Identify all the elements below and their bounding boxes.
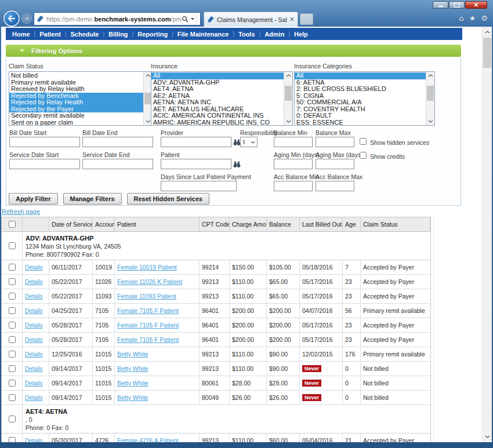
row-checkbox[interactable] xyxy=(9,380,16,387)
nav-item-help[interactable]: Help xyxy=(290,31,312,38)
row-checkbox[interactable] xyxy=(9,307,16,314)
patient-link[interactable]: Female 11026 K Patient xyxy=(117,278,182,285)
list-item-0-default[interactable]: 0: DEFAULT xyxy=(295,112,426,119)
provider-input[interactable] xyxy=(161,137,231,147)
row-checkbox[interactable] xyxy=(9,322,16,329)
aging-min-input[interactable] xyxy=(274,159,313,169)
group-checkbox[interactable] xyxy=(9,242,16,249)
home-icon[interactable]: ⌂ xyxy=(459,14,463,23)
listbox-insurance-categories-box[interactable]: All6: AETNA2: BLUE CROSS BLUESHIELD5: CI… xyxy=(294,71,435,126)
details-link[interactable]: Details xyxy=(25,337,43,343)
nav-item-reporting[interactable]: Reporting xyxy=(133,31,172,38)
acc-balance-max-input[interactable] xyxy=(316,181,354,191)
patient-link[interactable]: Betty White xyxy=(117,380,148,387)
nav-item-admin[interactable]: Admin xyxy=(260,31,288,38)
patient-link[interactable]: Female 7105 F Patient xyxy=(117,336,179,343)
titlebar[interactable]: ✕ xyxy=(0,0,493,10)
scroll-down-icon[interactable] xyxy=(284,118,292,125)
nav-item-home[interactable]: Home xyxy=(8,31,34,38)
list-item-ae2-aetna[interactable]: AE2: AETNA xyxy=(151,93,284,100)
page-scrollbar[interactable] xyxy=(482,27,492,442)
responsibility-select[interactable]: I xyxy=(240,137,258,147)
service-date-start-input[interactable] xyxy=(9,159,80,169)
list-item-ess-essence[interactable]: ESS: ESSENCE xyxy=(295,119,426,126)
filtering-options-header[interactable]: Filtering Options xyxy=(6,45,461,57)
list-item-amric-american-republic-ins-co[interactable]: AMRIC: AMERICAN REPUBLIC INS. CO xyxy=(151,119,284,126)
list-item-acic-american-continental-ins[interactable]: ACIC: AMERICAN CONTINENTAL INS xyxy=(151,112,284,119)
row-checkbox[interactable] xyxy=(9,351,16,358)
patient-input[interactable] xyxy=(161,159,231,169)
list-item-secondary-remit-available[interactable]: Secondary remit available xyxy=(9,112,143,119)
list-item-rejected-by-benchmark[interactable]: Rejected by Benchmark xyxy=(9,93,143,100)
row-checkbox[interactable] xyxy=(9,336,16,343)
scroll-up-icon[interactable] xyxy=(426,72,434,79)
service-date-end-input[interactable] xyxy=(82,159,153,169)
row-checkbox[interactable] xyxy=(9,293,16,300)
search-dropdown-icon[interactable] xyxy=(191,18,194,20)
list-item-all[interactable]: All xyxy=(295,72,426,79)
list-item-5-cigna[interactable]: 5: CIGNA xyxy=(295,93,426,100)
list-item-2-blue-cross-blueshield[interactable]: 2: BLUE CROSS BLUESHIELD xyxy=(295,86,426,93)
select-all-checkbox[interactable] xyxy=(9,221,16,228)
manage-filters-button[interactable]: Manage Filters xyxy=(63,193,122,205)
balance-min-input[interactable] xyxy=(274,137,313,147)
details-link[interactable]: Details xyxy=(25,366,43,372)
listbox-scrollbar[interactable] xyxy=(284,72,292,125)
details-link[interactable]: Details xyxy=(25,322,43,329)
list-item-50-commercial-a-a[interactable]: 50: COMMERCIAL A/A xyxy=(295,99,426,106)
scroll-up-icon[interactable] xyxy=(483,27,492,37)
aging-max-input[interactable] xyxy=(316,159,354,169)
group-checkbox[interactable] xyxy=(9,416,16,422)
details-link[interactable]: Details xyxy=(25,293,43,300)
details-link[interactable]: Details xyxy=(25,395,43,401)
patient-link[interactable]: Betty White xyxy=(117,394,148,401)
patient-link[interactable]: Female 7105 F Patient xyxy=(117,307,179,314)
list-item-aet4-aetna[interactable]: AET4: AETNA xyxy=(151,86,284,93)
list-item-primary-remit-available[interactable]: Primary remit available xyxy=(9,79,143,86)
list-item-received-by-relay-health[interactable]: Received by Relay Health xyxy=(9,86,143,93)
patient-link[interactable]: Betty White xyxy=(117,365,148,372)
listbox-scrollbar[interactable] xyxy=(426,72,434,125)
details-link[interactable]: Details xyxy=(25,264,43,271)
nav-item-schedule[interactable]: Schedule xyxy=(66,31,103,38)
nav-item-patient[interactable]: Patient xyxy=(35,31,65,38)
forward-button[interactable] xyxy=(21,13,32,24)
details-link[interactable]: Details xyxy=(25,279,43,285)
refresh-page-link[interactable]: Refresh page xyxy=(2,208,40,215)
scroll-down-icon[interactable] xyxy=(426,118,434,125)
address-bar[interactable]: https://pm-demo.benchmark-systems.com/pm… xyxy=(34,12,201,26)
row-checkbox[interactable] xyxy=(9,437,16,442)
list-item-6-aetna[interactable]: 6: AETNA xyxy=(295,79,426,86)
patient-link[interactable]: Female 10019 Patient xyxy=(117,264,177,271)
row-checkbox[interactable] xyxy=(9,394,16,401)
browser-tab[interactable]: Claims Management - Sale... ✕ xyxy=(204,12,298,27)
list-item-rejected-by-relay-health[interactable]: Rejected by Relay Health xyxy=(9,99,143,106)
search-icon[interactable] xyxy=(182,16,188,23)
patient-link[interactable]: Female 11093 Patient xyxy=(117,293,176,300)
list-item-sent-on-a-paper-claim[interactable]: Sent on a paper claim xyxy=(9,119,143,126)
page-scrollbar-thumb[interactable] xyxy=(483,38,491,68)
acc-balance-min-input[interactable] xyxy=(274,181,313,191)
row-checkbox[interactable] xyxy=(9,264,16,271)
new-tab-button[interactable] xyxy=(300,13,313,25)
close-button[interactable]: ✕ xyxy=(465,1,487,9)
apply-filter-button[interactable]: Apply Filter xyxy=(9,193,58,205)
list-item-adv-advantra-ghp[interactable]: ADV: ADVANTRA-GHP xyxy=(151,79,284,86)
bill-date-start-input[interactable] xyxy=(9,137,80,147)
list-item-rejected-by-the-payer[interactable]: Rejected by the Payer xyxy=(9,106,143,113)
list-item-7-coventry-health[interactable]: 7: COVENTRY HEALTH xyxy=(295,106,426,113)
days-since-last-patient-payment-input[interactable] xyxy=(161,181,237,191)
show-credits-checkbox[interactable] xyxy=(360,152,367,159)
patient-link[interactable]: Female 4726 A Patient xyxy=(117,437,179,442)
row-checkbox[interactable] xyxy=(9,365,16,372)
patient-link[interactable]: Betty White xyxy=(117,351,148,358)
scrollbar-thumb[interactable] xyxy=(427,86,434,101)
settings-gear-icon[interactable]: ⚙ xyxy=(481,14,488,23)
show-hidden-services-checkbox[interactable] xyxy=(360,138,367,145)
listbox-insurance-box[interactable]: AllADV: ADVANTRA-GHPAET4: AETNAAE2: AETN… xyxy=(151,71,293,126)
patient-lookup-icon[interactable] xyxy=(233,160,241,170)
nav-item-tools[interactable]: Tools xyxy=(234,31,259,38)
list-item-aet-aetna-us-healthcare[interactable]: AET: AETNA US HEALTHCARE xyxy=(151,106,284,113)
scrollbar-thumb[interactable] xyxy=(285,86,292,101)
details-link[interactable]: Details xyxy=(25,380,43,387)
